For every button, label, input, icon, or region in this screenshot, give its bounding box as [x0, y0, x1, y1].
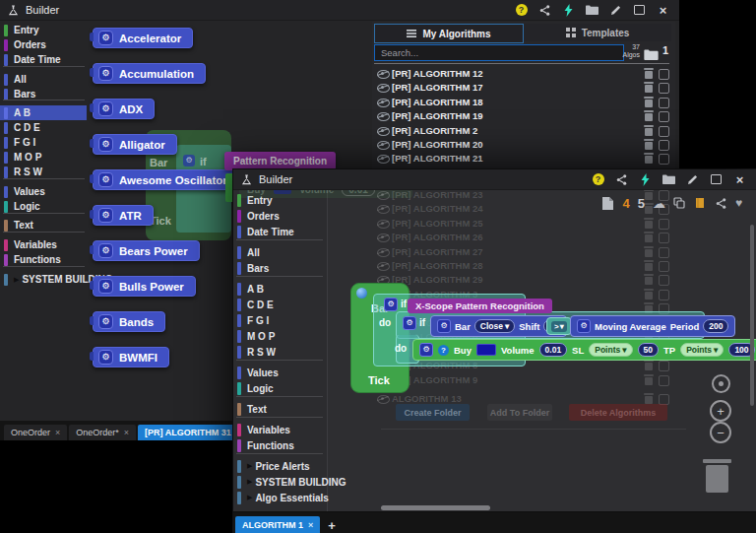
pencil-icon[interactable]: [686, 173, 699, 186]
gear-icon[interactable]: ⚙: [577, 319, 591, 333]
doc-tab-oneorder[interactable]: OneOrder×: [4, 425, 67, 440]
block-accumulation[interactable]: ⚙Accumulation: [93, 63, 206, 84]
eye-off-icon[interactable]: [377, 70, 390, 79]
folder-icon[interactable]: [586, 4, 598, 17]
algo-row[interactable]: [PR] ALGORITHM 2: [377, 124, 672, 138]
lightning-icon[interactable]: [639, 173, 652, 186]
tp-mode-dropdown[interactable]: Points▾: [680, 343, 724, 357]
symbol-field[interactable]: [476, 344, 496, 356]
gear-icon[interactable]: ⚙: [419, 343, 433, 357]
eye-off-icon[interactable]: [377, 99, 390, 107]
trash-icon[interactable]: [645, 100, 653, 107]
sidebar-item-logic[interactable]: Logic: [0, 199, 87, 214]
block-bands[interactable]: ⚙Bands: [93, 311, 165, 332]
pattern-recognition-block[interactable]: Pattern Recognition: [224, 152, 336, 170]
front-titlebar[interactable]: Builder ? ×: [233, 169, 756, 190]
trash-icon[interactable]: [645, 142, 653, 150]
block-awesome-oscillator[interactable]: ⚙Awesome Oscillator: [93, 169, 239, 190]
zoom-out-button[interactable]: −: [710, 422, 731, 443]
close-icon[interactable]: ×: [657, 4, 669, 17]
algo-row[interactable]: [PR] ALGORITHM 12: [377, 67, 672, 81]
sidebar-item-system-building[interactable]: ▶SYSTEM BUILDING: [0, 272, 87, 287]
row-checkbox[interactable]: [659, 140, 669, 151]
row-checkbox[interactable]: [659, 69, 669, 80]
algo-row[interactable]: [PR] ALGORITHM 17: [377, 81, 672, 95]
row-checkbox[interactable]: [659, 83, 669, 94]
eye-off-icon[interactable]: [377, 141, 390, 150]
sl-value-field[interactable]: 50: [638, 343, 659, 357]
block-atr[interactable]: ⚙ATR: [93, 205, 154, 226]
sidebar-item-all[interactable]: All: [0, 72, 87, 87]
trash-icon[interactable]: [645, 113, 653, 121]
help-circle-icon[interactable]: ?: [438, 345, 449, 356]
block-accelerator[interactable]: ⚙Accelerator: [93, 28, 193, 48]
document-icon[interactable]: [601, 197, 614, 210]
heart-icon[interactable]: ♥: [735, 196, 742, 210]
xscope-pattern-block[interactable]: X-Scope Pattern Recognition: [408, 299, 552, 313]
mt4-icon[interactable]: 4: [622, 196, 629, 211]
sidebar-item-a-b[interactable]: A B: [0, 105, 87, 120]
close-tab-icon[interactable]: ×: [308, 520, 313, 530]
gear-icon[interactable]: ⚙: [437, 319, 451, 333]
close-tab-icon[interactable]: ×: [55, 428, 60, 437]
zoom-in-button[interactable]: +: [710, 400, 731, 422]
share-icon[interactable]: [538, 4, 551, 17]
folder-icon[interactable]: [662, 173, 675, 186]
eye-off-icon[interactable]: [377, 84, 390, 93]
eye-off-icon[interactable]: [377, 155, 390, 164]
row-checkbox[interactable]: [659, 126, 669, 137]
recenter-icon[interactable]: [712, 374, 730, 393]
copy-icon[interactable]: [673, 197, 686, 210]
horizontal-scrollbar[interactable]: [381, 505, 490, 510]
maximize-icon[interactable]: [710, 173, 723, 186]
share-icon[interactable]: [615, 173, 628, 186]
algo-row[interactable]: [PR] ALGORITHM 20: [377, 138, 672, 152]
period-value-field[interactable]: 200: [703, 319, 728, 333]
row-checkbox[interactable]: [659, 98, 669, 108]
doc-tab-algorithm-1[interactable]: ALGORITHM 1×: [235, 516, 320, 533]
close-icon[interactable]: ×: [733, 173, 746, 186]
sidebar-item-entry[interactable]: Entry: [0, 23, 87, 37]
vertical-scrollbar[interactable]: [750, 225, 754, 406]
trash-icon[interactable]: [645, 85, 653, 93]
sidebar-item-f-g-i[interactable]: F G I: [0, 135, 87, 150]
eye-off-icon[interactable]: [377, 112, 390, 121]
export-folder-icon[interactable]: [644, 46, 659, 64]
doc-tab-algorithm-31[interactable]: [PR] ALGORITHM 31×: [138, 425, 248, 440]
cloud-icon[interactable]: ☁: [653, 197, 665, 210]
new-tab-button[interactable]: +: [328, 518, 336, 533]
algo-row[interactable]: [PR] ALGORITHM 19: [377, 109, 672, 123]
tab-my-algorithms[interactable]: My Algorithms: [374, 24, 524, 43]
canvas[interactable]: Bar Tick ⚙ if X-Scope Pattern Recognitio…: [233, 169, 756, 533]
doc-tab-oneorder-modified[interactable]: OneOrder*×: [69, 425, 136, 440]
block-alligator[interactable]: ⚙Alligator: [93, 134, 177, 155]
gear-icon[interactable]: ⚙: [384, 298, 398, 311]
gear-icon[interactable]: ⚙: [403, 316, 416, 330]
sidebar-item-m-o-p[interactable]: M O P: [0, 150, 87, 165]
mt5-icon[interactable]: 5: [638, 196, 645, 211]
sidebar-item-text[interactable]: Text: [0, 218, 87, 233]
algo-row[interactable]: [PR] ALGORITHM 18: [377, 96, 672, 109]
maximize-icon[interactable]: [633, 4, 646, 17]
pencil-icon[interactable]: [609, 4, 622, 17]
share-icon[interactable]: [715, 197, 727, 210]
buy-action-block[interactable]: ⚙ ? Buy Volume 0.01 SL Points▾ 50 TP Poi…: [412, 339, 756, 361]
trash-icon[interactable]: [706, 465, 728, 493]
trash-icon[interactable]: [645, 128, 653, 136]
sl-mode-dropdown[interactable]: Points▾: [589, 343, 632, 357]
journal-icon[interactable]: [694, 197, 707, 210]
block-bears-power[interactable]: ⚙Bears Power: [93, 240, 200, 261]
sidebar-item-orders[interactable]: Orders: [0, 37, 87, 52]
row-checkbox[interactable]: [659, 111, 669, 122]
moving-average-block[interactable]: ⚙ Moving Average Period 200: [570, 315, 735, 337]
block-bulls-power[interactable]: ⚙Bulls Power: [93, 276, 196, 297]
block-adx[interactable]: ⚙ADX: [93, 99, 155, 119]
back-titlebar[interactable]: Builder ? ×: [0, 0, 679, 21]
sidebar-item-values[interactable]: Values: [0, 184, 87, 199]
close-dropdown[interactable]: Close▾: [474, 319, 515, 333]
sidebar-item-r-s-w[interactable]: R S W: [0, 165, 87, 179]
sidebar-item-variables[interactable]: Variables: [0, 237, 87, 252]
row-checkbox[interactable]: [659, 154, 669, 165]
eye-off-icon[interactable]: [377, 127, 390, 136]
sidebar-item-c-d-e[interactable]: C D E: [0, 120, 87, 135]
